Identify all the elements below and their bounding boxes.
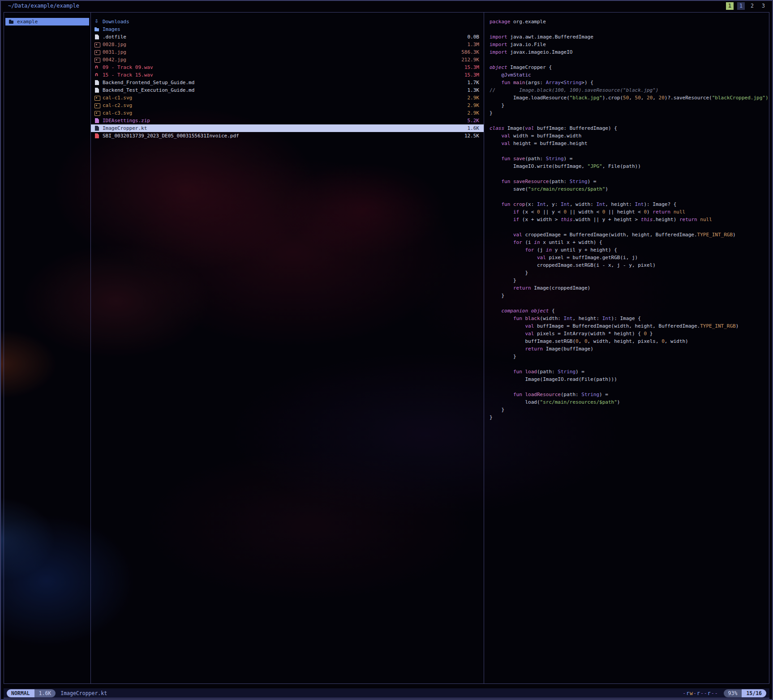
code-line: }: [490, 269, 769, 277]
code-line: ImageIO.write(buffImage, "JPG", File(pat…: [490, 162, 769, 170]
file-row[interactable]: cal-c3.svg 2.9K: [91, 109, 484, 117]
file-name: 0031.jpg: [103, 49, 126, 55]
file-size: 1.3K: [462, 87, 480, 93]
code-line: class Image(val buffImage: BufferedImage…: [490, 124, 769, 132]
file-icon: [94, 125, 100, 131]
file-row[interactable]: Backend_Test_Execution_Guide.md 1.3K: [91, 86, 484, 94]
code-line: fun load(path: String) =: [490, 368, 769, 376]
file-list-pane: Downloads Images .dotfile 0.0B 0028.jpg …: [91, 13, 484, 683]
code-line: }: [490, 414, 769, 421]
file-name: SBI_0032013739_2023_DE05_0003155631Invoi…: [103, 133, 239, 139]
code-line: // Image.black(100, 100).saveResource("b…: [490, 86, 769, 94]
file-name: Downloads: [103, 19, 129, 25]
file-row[interactable]: 0042.jpg 212.9K: [91, 56, 484, 64]
file-row[interactable]: 15 - Track 15.wav 15.3M: [91, 71, 484, 79]
status-bar: NORMAL 1.6K ImageCropper.kt -rw-r--r-- 9…: [4, 688, 769, 699]
code-line: val pixel = buffImage.getRGB(i, j): [490, 254, 769, 261]
file-size: 212.9K: [456, 57, 479, 63]
directory-label: example: [17, 19, 38, 25]
file-name: 0028.jpg: [103, 42, 126, 47]
file-size: 586.3K: [456, 49, 479, 55]
tab-1-task[interactable]: 1: [726, 2, 734, 10]
file-size: 0.0B: [462, 34, 480, 40]
file-size: 1.3M: [462, 42, 480, 47]
code-line: }: [490, 353, 769, 360]
image-icon: [94, 95, 100, 101]
terminal-screen: ~/Data/example/example 1123 example Down…: [0, 0, 773, 700]
code-line: }: [490, 292, 769, 299]
image-icon: [94, 102, 100, 108]
tab-2-plain[interactable]: 2: [748, 2, 756, 10]
code-line: companion object {: [490, 307, 769, 315]
file-name: .dotfile: [103, 34, 126, 40]
code-line: [490, 299, 769, 307]
code-line: object ImageCropper {: [490, 64, 769, 71]
code-line: import javax.imageio.ImageIO: [490, 48, 769, 56]
file-name: Images: [103, 26, 120, 32]
code-line: for (i in x until x + width) {: [490, 239, 769, 246]
code-line: @JvmStatic: [490, 71, 769, 79]
code-line: [490, 117, 769, 124]
code-line: val height = buffImage.height: [490, 140, 769, 147]
parent-directory-item[interactable]: example: [5, 18, 89, 26]
markdown-icon: [94, 87, 100, 93]
file-row[interactable]: .dotfile 0.0B: [91, 33, 484, 41]
audio-icon: [94, 64, 100, 70]
file-row[interactable]: ImageCropper.kt 1.6K: [91, 124, 484, 132]
breadcrumb-path: ~/Data/example/example: [8, 3, 79, 9]
cursor-position: 15/16: [742, 689, 766, 697]
file-size: 2.9K: [462, 102, 480, 108]
code-line: [490, 170, 769, 178]
code-preview-pane: package org.example import java.awt.imag…: [484, 13, 769, 683]
file-row[interactable]: 0028.jpg 1.3M: [91, 41, 484, 48]
image-icon: [94, 49, 100, 55]
code-line: }: [490, 277, 769, 284]
file-name: cal-c2.svg: [103, 102, 132, 108]
file-row[interactable]: SBI_0032013739_2023_DE05_0003155631Invoi…: [91, 132, 484, 140]
code-line: val width = buffImage.width: [490, 132, 769, 140]
code-line: [490, 360, 769, 368]
file-row[interactable]: IDEAsettings.zip 5.2K: [91, 117, 484, 124]
file-name: Backend_Frontend_Setup_Guide.md: [103, 80, 194, 85]
code-line: [490, 383, 769, 391]
file-size: 5.2K: [462, 118, 480, 124]
code-line: load("src/main/resources/$path"): [490, 398, 769, 406]
tab-1-active[interactable]: 1: [737, 2, 745, 10]
image-icon: [94, 42, 100, 47]
file-row[interactable]: Downloads: [91, 18, 484, 26]
code-line: fun loadResource(path: String) =: [490, 391, 769, 398]
code-line: return Image(croppedImage): [490, 284, 769, 292]
file-icon: [94, 34, 100, 40]
file-row[interactable]: Images: [91, 26, 484, 33]
folder-icon: [9, 19, 14, 25]
file-size: 2.9K: [462, 95, 480, 101]
code-line: [490, 193, 769, 201]
file-row[interactable]: Backend_Frontend_Setup_Guide.md 1.7K: [91, 79, 484, 86]
code-line: }: [490, 109, 769, 117]
file-name: ImageCropper.kt: [103, 125, 147, 131]
status-right: -rw-r--r-- 93% 15/16: [683, 689, 766, 697]
pdf-icon: [94, 133, 100, 139]
code-line: fun saveResource(path: String) =: [490, 178, 769, 185]
current-file-name: ImageCropper.kt: [60, 690, 107, 696]
folder-icon: [94, 26, 100, 32]
file-row[interactable]: 09 - Track 09.wav 15.3M: [91, 64, 484, 71]
tab-bar: 1123: [726, 2, 767, 10]
code-line: fun black(width: Int, height: Int): Imag…: [490, 315, 769, 322]
tab-3-plain[interactable]: 3: [760, 2, 767, 10]
code-line: import java.awt.image.BufferedImage: [490, 33, 769, 41]
code-line: Image(ImageIO.read(File(path))): [490, 376, 769, 383]
code-line: val croppedImage = BufferedImage(width, …: [490, 231, 769, 239]
file-row[interactable]: 0031.jpg 586.3K: [91, 48, 484, 56]
file-name: cal-c3.svg: [103, 110, 132, 116]
code-line: [490, 147, 769, 155]
file-size: 1.6K: [462, 125, 480, 131]
image-icon: [94, 57, 100, 63]
code-line: if (x + width > this.width || y + height…: [490, 216, 769, 223]
file-row[interactable]: cal-c1.svg 2.9K: [91, 94, 484, 102]
code-line: fun crop(x: Int, y: Int, width: Int, hei…: [490, 201, 769, 208]
downloads-icon: [94, 19, 100, 25]
file-row[interactable]: cal-c2.svg 2.9K: [91, 102, 484, 109]
parent-directory-pane: example: [4, 13, 91, 683]
code-line: val buffImage = BufferedImage(width, hei…: [490, 322, 769, 330]
